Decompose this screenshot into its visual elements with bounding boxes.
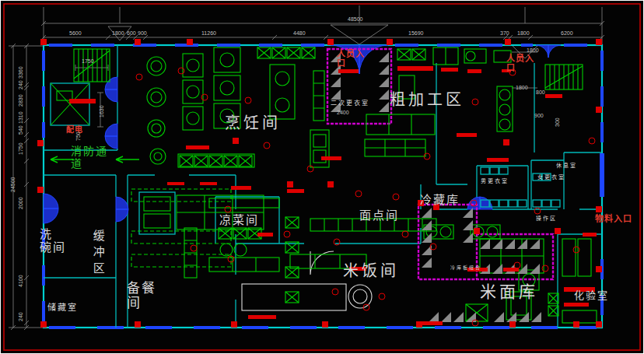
entrance-arrows: [108, 25, 538, 58]
entrance-label-material-entrance: 物料入口: [595, 214, 632, 223]
stair-left: [74, 49, 110, 82]
dim-top-1: 1800: [112, 30, 124, 36]
equipment-cooking: [147, 47, 329, 167]
equipment-laboratory: [548, 239, 597, 323]
dim-inner-0: 1750: [82, 58, 94, 64]
dim-top-3: 900: [138, 30, 147, 36]
dim-top-0: 5600: [69, 30, 82, 36]
room-label-coldroom-panel-set: 冷库板组合: [450, 265, 481, 271]
dim-left-5: 1750: [18, 142, 23, 155]
room-label-laboratory: 化验室: [574, 290, 609, 302]
dim-inner-1: 1630: [99, 105, 104, 117]
entrance-label-personnel-entrance-right: 人员入 口: [506, 54, 534, 73]
dim-inner-2: 750: [75, 131, 81, 141]
room-label-cold-storage: 冷藏库: [420, 194, 460, 207]
dim-top-6: 15690: [408, 30, 423, 36]
cad-viewport: 烹饪间粗加工区凉菜间面点间米饭间冷藏库米面库洗 碗间缓冲区备餐 间储藏室化验室二…: [0, 0, 644, 354]
dim-inner-6: 800: [536, 89, 545, 95]
dim-top-2: 600: [127, 30, 136, 36]
room-label-cooking-room: 烹饪间: [225, 114, 281, 131]
dim-inner-3: 2400: [337, 110, 349, 115]
dim-left-6: 2000: [18, 197, 23, 209]
dim-inner-5: 1800: [516, 85, 528, 90]
room-label-food-prep-room: 备餐 间: [127, 281, 156, 310]
room-label-pastry-room: 面点间: [359, 209, 399, 223]
dim-top-7: 370: [500, 30, 509, 36]
dim-left-8: 240: [18, 312, 23, 321]
lockers: [481, 167, 560, 207]
room-label-womens-changing-room: 女更衣室: [537, 174, 565, 181]
room-label-dishwashing-room: 洗 碗间: [40, 228, 66, 254]
room-label-mens-changing-room: 男更衣室: [481, 178, 509, 184]
room-label-buffer-zone: 缓冲区: [91, 230, 104, 279]
dim-left-total: 24500: [10, 177, 16, 192]
cold-storage-walls: [327, 49, 553, 279]
room-label-rice-room: 米饭间: [343, 262, 399, 279]
dim-top-5: 4480: [293, 30, 306, 36]
dim-top-8: 1800: [517, 30, 530, 36]
annotation-fire-passage: 消防通 道: [71, 145, 108, 170]
room-label-cold-dish-room: 凉菜间: [219, 214, 259, 227]
dim-left-3: 1310: [18, 111, 23, 124]
room-label-rice-flour-storehouse: 米面库: [480, 282, 538, 301]
dim-top-total: 48500: [348, 16, 362, 22]
dim-left-0: 3360: [18, 66, 23, 79]
equipment-rice: [139, 192, 539, 321]
room-label-rest-room: 休息室: [556, 163, 577, 169]
dim-top-9: 6200: [561, 30, 573, 36]
drawing-canvas: 烹饪间粗加工区凉菜间面点间米饭间冷藏库米面库洗 碗间缓冲区备餐 间储藏室化验室二…: [1, 1, 643, 353]
room-label-rough-processing-area: 粗加工区: [390, 91, 464, 108]
dim-left-2: 2830: [18, 94, 23, 107]
dim-top-4: 11260: [201, 30, 216, 36]
stair-right: [545, 65, 583, 89]
elevator: [51, 83, 89, 125]
dim-inner-7: 900: [534, 113, 544, 118]
dim-left-1: 240: [18, 80, 23, 89]
dim-inner-8: 300: [555, 117, 560, 127]
dim-left-7: 4100: [18, 275, 23, 287]
room-label-operation-area: 操作区: [536, 216, 557, 222]
room-label-storage-room: 储藏室: [47, 303, 78, 312]
dim-inner-4: 1800: [527, 47, 539, 53]
dim-left-4: 540: [18, 125, 23, 135]
room-label-second-changing-room: 二次更衣室: [331, 100, 369, 107]
entrance-label-personnel-entrance-left: 人员入 口: [337, 49, 365, 68]
